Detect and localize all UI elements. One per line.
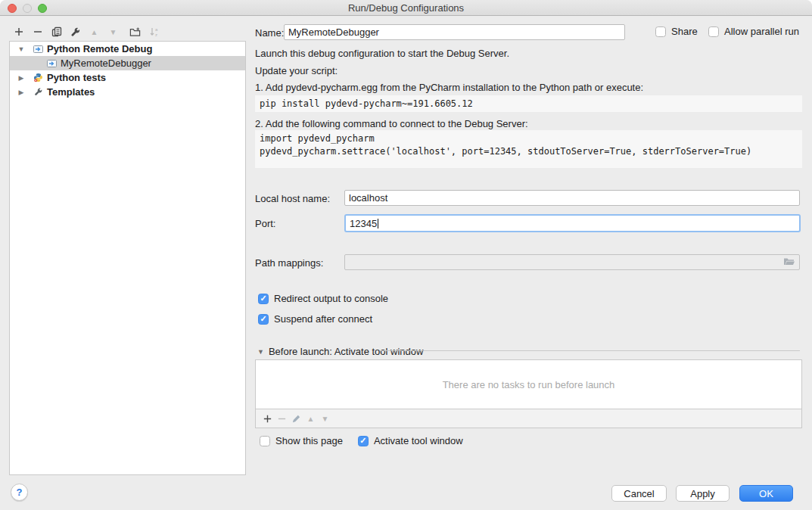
sort-az-icon: az xyxy=(149,26,160,37)
activate-tool-window-checkbox[interactable] xyxy=(358,436,369,446)
before-launch-label: Before launch: Activate tool window xyxy=(269,346,424,357)
copy-icon xyxy=(51,26,62,37)
activate-tool-window-label: Activate tool window xyxy=(374,435,463,446)
tree-item-templates[interactable]: ▶ Templates xyxy=(10,85,245,99)
cancel-button[interactable]: Cancel xyxy=(611,485,667,502)
arrow-up-icon: ▲ xyxy=(307,415,315,423)
step1-text: 1. Add pydevd-pycharm.egg from the PyCha… xyxy=(255,82,643,93)
title-bar: Run/Debug Configurations xyxy=(0,0,812,16)
remove-configuration-button[interactable] xyxy=(28,24,47,39)
suspend-after-connect-label: Suspend after connect xyxy=(274,313,372,325)
expand-arrow-icon[interactable]: ▶ xyxy=(16,85,26,99)
suspend-after-connect-checkbox[interactable] xyxy=(258,314,269,325)
configurations-tree: ▼ Python Remote Debug MyRemoteDebugger ▶… xyxy=(9,41,246,475)
share-label: Share xyxy=(671,26,698,37)
configurations-toolbar: ▲ ▼ az xyxy=(9,23,246,41)
text-caret xyxy=(378,219,378,229)
tree-item-label: Python Remote Debug xyxy=(47,43,152,54)
arrow-down-icon: ▼ xyxy=(322,415,329,423)
edit-defaults-button[interactable] xyxy=(66,24,85,39)
ok-button[interactable]: OK xyxy=(739,485,793,502)
path-mappings-label: Path mappings: xyxy=(255,257,323,269)
local-host-label: Local host name: xyxy=(255,193,330,204)
share-checkbox[interactable] xyxy=(655,26,666,37)
wrench-icon xyxy=(33,87,43,98)
update-script-text: Update your script: xyxy=(255,65,338,76)
copy-configuration-button[interactable] xyxy=(47,24,66,39)
create-folder-button[interactable] xyxy=(126,24,145,39)
help-button[interactable]: ? xyxy=(11,484,28,501)
move-task-up-button[interactable]: ▲ xyxy=(303,411,318,426)
collapse-arrow-icon[interactable]: ▼ xyxy=(16,42,26,56)
port-input[interactable]: 12345 xyxy=(344,214,801,232)
tree-item-python-tests[interactable]: ▶ Python tests xyxy=(10,70,245,85)
port-label: Port: xyxy=(255,218,275,229)
tree-item-python-remote-debug[interactable]: ▼ Python Remote Debug xyxy=(10,42,245,56)
minus-icon xyxy=(277,414,287,424)
svg-text:z: z xyxy=(155,33,157,37)
task-list-toolbar: ▲ ▼ xyxy=(255,409,802,428)
step2-text: 2. Add the following command to connect … xyxy=(255,118,528,129)
arrow-down-icon: ▼ xyxy=(110,28,117,36)
apply-button[interactable]: Apply xyxy=(676,485,730,502)
pip-install-code: pip install pydevd-pycharm~=191.6605.12 xyxy=(255,95,802,112)
section-divider xyxy=(380,350,800,351)
before-launch-header[interactable]: ▼ Before launch: Activate tool window xyxy=(257,346,423,357)
run-debug-configurations-dialog: Run/Debug Configurations ▲ ▼ az xyxy=(0,0,812,510)
local-host-input[interactable] xyxy=(344,190,800,206)
redirect-output-checkbox[interactable] xyxy=(258,294,269,304)
collapse-arrow-icon[interactable]: ▼ xyxy=(257,348,264,356)
move-down-button[interactable]: ▼ xyxy=(104,24,123,39)
before-launch-task-list[interactable]: There are no tasks to run before launch xyxy=(255,359,802,409)
plus-icon xyxy=(14,26,24,37)
python-tests-icon xyxy=(33,73,43,83)
settrace-code: import pydevd_pycharmpydevd_pycharm.sett… xyxy=(255,130,802,168)
redirect-output-label: Redirect output to console xyxy=(274,293,388,304)
move-task-down-button[interactable]: ▼ xyxy=(318,411,332,426)
name-input[interactable] xyxy=(284,24,625,40)
pencil-icon xyxy=(291,414,301,424)
path-mappings-field[interactable] xyxy=(344,254,800,270)
tree-item-label: MyRemoteDebugger xyxy=(61,58,151,69)
plus-icon xyxy=(263,414,272,424)
remove-task-button[interactable] xyxy=(275,411,289,426)
remote-debug-icon xyxy=(46,58,57,69)
add-task-button[interactable] xyxy=(260,411,275,426)
minus-icon xyxy=(33,26,43,37)
expand-arrow-icon[interactable]: ▶ xyxy=(16,70,26,85)
allow-parallel-run-label: Allow parallel run xyxy=(724,26,799,37)
wrench-icon xyxy=(70,26,81,38)
code-line: pydevd_pycharm.settrace('localhost', por… xyxy=(260,146,751,157)
port-value: 12345 xyxy=(350,218,377,229)
arrow-up-icon: ▲ xyxy=(91,28,98,36)
move-up-button[interactable]: ▲ xyxy=(85,24,104,39)
edit-task-button[interactable] xyxy=(289,411,303,426)
code-line: import pydevd_pycharm xyxy=(260,133,375,144)
browse-path-mappings-button[interactable] xyxy=(782,257,796,268)
window-title: Run/Debug Configurations xyxy=(0,2,812,14)
add-configuration-button[interactable] xyxy=(9,24,28,39)
name-label: Name: xyxy=(255,27,284,39)
tree-item-label: Python tests xyxy=(47,72,106,83)
sort-configurations-button[interactable]: az xyxy=(145,24,163,39)
new-folder-icon xyxy=(129,26,141,37)
show-this-page-checkbox[interactable] xyxy=(260,436,270,446)
svg-text:a: a xyxy=(155,27,158,32)
tree-item-myremotedebugger[interactable]: MyRemoteDebugger xyxy=(10,56,245,70)
open-folder-icon xyxy=(783,257,795,269)
empty-tasks-message: There are no tasks to run before launch xyxy=(443,379,615,390)
allow-parallel-run-checkbox[interactable] xyxy=(708,26,719,37)
tree-item-label: Templates xyxy=(47,86,95,98)
show-this-page-label: Show this page xyxy=(275,435,343,446)
remote-debug-icon xyxy=(33,44,43,54)
intro-text: Launch this debug configuration to start… xyxy=(255,48,509,59)
